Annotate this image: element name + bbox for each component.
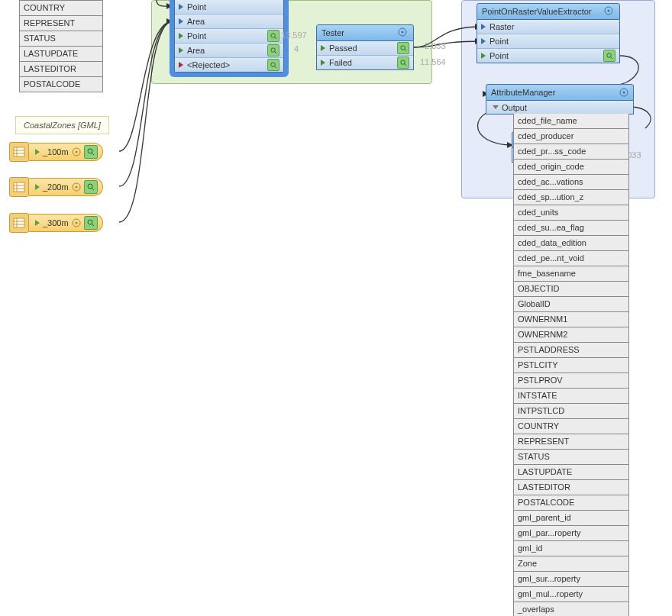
attr-cell: PSTLPROV (513, 373, 629, 389)
attr-cell: LASTUPDATE (19, 47, 103, 62)
svg-point-37 (402, 31, 404, 34)
clipper-transformer[interactable]: Point Area Point Area <Rejected> (170, 0, 289, 77)
svg-line-35 (274, 66, 276, 68)
port-label: Point (489, 51, 509, 60)
porve-transformer[interactable]: PointOnRasterValueExtractor Raster Point… (477, 3, 620, 63)
attr-cell: COUNTRY (513, 419, 629, 434)
clipper-rejected[interactable]: <Rejected> (175, 57, 283, 72)
gear-icon[interactable] (398, 27, 409, 38)
attr-cell: LASTUPDATE (513, 465, 629, 480)
svg-line-45 (610, 56, 612, 59)
clipper-area-in[interactable]: Area (175, 14, 283, 28)
reader-300m[interactable]: _300m (9, 213, 103, 233)
port-label: Area (187, 46, 205, 55)
inspect-icon[interactable] (267, 44, 279, 56)
svg-line-29 (92, 224, 94, 226)
attr-cell: cded_pr...ss_code (513, 144, 629, 160)
attr-cell: fme_basename (513, 266, 629, 282)
attrmgr-output-port[interactable]: Output (486, 101, 634, 114)
clipper-point-out[interactable]: Point (175, 28, 283, 43)
gear-icon[interactable] (70, 217, 82, 229)
gear-icon[interactable] (619, 88, 628, 97)
attr-cell: PSTLCITY (513, 358, 629, 373)
attr-cell: _overlaps (513, 602, 629, 616)
tester-title: Tester (321, 28, 344, 37)
tester-failed-count: 11.564 (420, 57, 446, 66)
inspect-icon[interactable] (397, 56, 409, 69)
porve-point-out[interactable]: Point (477, 48, 619, 63)
attr-cell: INTSTATE (513, 389, 629, 404)
attr-cell: cded_producer (513, 129, 629, 144)
porve-raster-in[interactable]: Raster (477, 20, 619, 34)
tester-failed[interactable]: Failed (317, 55, 413, 69)
port-label: Point (187, 2, 206, 11)
tester-transformer[interactable]: Tester Passed Failed (316, 24, 414, 70)
featuretype-icon (9, 142, 29, 162)
tester-passed-count: 2.033 (425, 41, 446, 50)
svg-line-33 (274, 51, 276, 53)
reader-200m[interactable]: _200m (9, 177, 103, 197)
attr-cell: OWNERNM2 (513, 327, 629, 343)
svg-point-19 (75, 186, 77, 189)
inspect-icon[interactable] (603, 50, 615, 62)
partial-attribute-list: COUNTRYREPRESENTSTATUSLASTUPDATELASTEDIT… (19, 0, 103, 92)
port-label: <Rejected> (187, 60, 230, 69)
output-tri-icon (35, 149, 40, 155)
svg-rect-14 (14, 182, 24, 192)
svg-line-21 (92, 188, 94, 190)
inspect-icon[interactable] (267, 30, 279, 42)
gear-icon[interactable] (70, 146, 82, 158)
port-label: Failed (329, 58, 352, 67)
port-label: Passed (329, 44, 357, 53)
attr-cell: POSTALCODE (513, 495, 629, 511)
attr-cell: LASTEDITOR (513, 480, 629, 495)
attrmgr-title: AttributeManager (491, 88, 555, 97)
reader-100m[interactable]: _100m (9, 142, 103, 162)
attrmgr-attribute-list: cded_file_namecded_producercded_pr...ss_… (513, 114, 629, 616)
attr-cell: REPRESENT (19, 16, 103, 31)
output-tri-icon (35, 220, 40, 226)
attr-cell: cded_pe...nt_void (513, 251, 629, 266)
svg-rect-22 (14, 218, 24, 227)
porve-point-in[interactable]: Point (477, 34, 619, 48)
attributemanager[interactable]: AttributeManager Output (486, 84, 634, 114)
port-label: Raster (489, 22, 514, 31)
svg-point-47 (623, 92, 625, 94)
disclosure-triangle-icon[interactable] (493, 105, 499, 109)
inspect-icon[interactable] (267, 59, 279, 71)
svg-line-41 (404, 63, 406, 66)
clipper-point-count: 13.597 (281, 31, 307, 40)
attrmgr-output-label: Output (502, 103, 527, 112)
svg-line-13 (92, 153, 94, 155)
attr-cell: cded_file_name (513, 114, 629, 129)
attr-cell: cded_origin_code (513, 160, 629, 175)
svg-point-43 (608, 10, 610, 12)
attr-cell: gml_parent_id (513, 511, 629, 526)
attr-cell: OWNERNM1 (513, 312, 629, 327)
coastalzones-label: CoastalZones [GML] (15, 116, 109, 134)
attr-cell: cded_data_edition (513, 236, 629, 251)
attr-cell: STATUS (19, 31, 103, 47)
attr-cell: POSTALCODE (19, 77, 103, 92)
gear-icon[interactable] (604, 6, 615, 17)
attr-cell: gml_id (513, 541, 629, 556)
clipper-area-out[interactable]: Area (175, 43, 283, 57)
inspect-icon[interactable] (84, 216, 98, 230)
gear-icon[interactable] (70, 181, 82, 193)
attr-cell: GlobalID (513, 297, 629, 312)
clipper-point-in[interactable]: Point (175, 0, 283, 14)
inspect-icon[interactable] (397, 42, 409, 54)
attr-cell: cded_ac...vations (513, 175, 629, 190)
port-label: Area (187, 17, 205, 26)
attr-cell: gml_par...roperty (513, 526, 629, 541)
tester-passed[interactable]: Passed (317, 41, 413, 55)
coastalzones-text: CoastalZones [GML] (24, 121, 101, 130)
inspect-icon[interactable] (84, 180, 98, 194)
attr-cell: REPRESENT (513, 434, 629, 450)
inspect-icon[interactable] (84, 145, 98, 159)
reader-label: _300m (43, 218, 69, 227)
reader-label: _100m (43, 147, 69, 156)
attr-cell: STATUS (513, 450, 629, 465)
attr-cell: Zone (513, 556, 629, 572)
reader-label: _200m (43, 182, 69, 192)
